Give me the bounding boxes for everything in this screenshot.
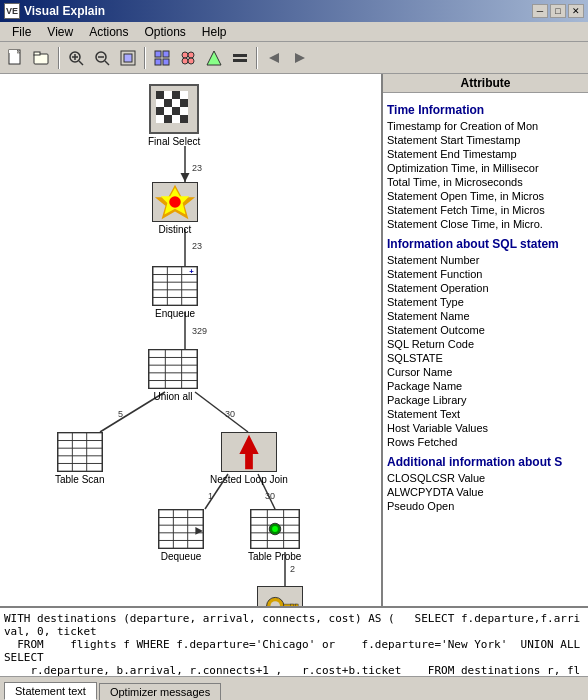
- svg-rect-49: [180, 91, 188, 99]
- svg-text:5: 5: [118, 409, 123, 419]
- toolbar-sep-1: [58, 47, 60, 69]
- svg-rect-53: [180, 99, 188, 107]
- tool-forward[interactable]: [288, 46, 312, 70]
- svg-text:1: 1: [208, 491, 213, 501]
- attr-section-time: Time Information: [387, 103, 584, 117]
- attr-item: Timestamp for Creation of Mon: [387, 119, 584, 133]
- attr-item: SQLSTATE: [387, 351, 584, 365]
- svg-rect-58: [156, 115, 164, 123]
- menu-actions[interactable]: Actions: [81, 23, 136, 41]
- node-table-probe-label: Table Probe: [248, 551, 301, 562]
- title-bar-left: VE Visual Explain: [4, 3, 105, 19]
- svg-line-10: [105, 61, 109, 65]
- title-bar-controls[interactable]: ─ □ ✕: [532, 4, 584, 18]
- attr-scroll[interactable]: Time Information Timestamp for Creation …: [383, 93, 588, 606]
- menu-file[interactable]: File: [4, 23, 39, 41]
- svg-marker-25: [269, 53, 279, 63]
- attr-item: Statement Name: [387, 309, 584, 323]
- node-final-select-label: Final Select: [148, 136, 200, 147]
- tab-optimizer-messages[interactable]: Optimizer messages: [99, 683, 221, 700]
- node-dequeue[interactable]: Dequeue: [158, 509, 204, 562]
- node-table-probe[interactable]: Table Probe: [248, 509, 301, 562]
- attr-item: ALWCPYDTA Value: [387, 485, 584, 499]
- svg-text:30: 30: [265, 491, 275, 501]
- node-union-all[interactable]: Union all: [148, 349, 198, 402]
- attr-item: Package Library: [387, 393, 584, 407]
- svg-rect-59: [164, 115, 172, 123]
- menu-help[interactable]: Help: [194, 23, 235, 41]
- tab-statement-text[interactable]: Statement text: [4, 682, 97, 700]
- svg-rect-24: [233, 59, 247, 62]
- node-dequeue-label: Dequeue: [161, 551, 202, 562]
- tool-layout4[interactable]: [228, 46, 252, 70]
- tool-zoom-fit[interactable]: [116, 46, 140, 70]
- sql-text-area: WITH destinations (departure, arrival, c…: [0, 606, 588, 676]
- svg-rect-52: [172, 99, 180, 107]
- svg-text:23: 23: [192, 163, 202, 173]
- svg-rect-56: [172, 107, 180, 115]
- attr-item: Total Time, in Microseconds: [387, 175, 584, 189]
- title-bar: VE Visual Explain ─ □ ✕: [0, 0, 588, 22]
- tool-layout1[interactable]: [150, 46, 174, 70]
- attr-item: Statement Text: [387, 407, 584, 421]
- menu-view[interactable]: View: [39, 23, 81, 41]
- tool-zoom-out[interactable]: [90, 46, 114, 70]
- minimize-button[interactable]: ─: [532, 4, 548, 18]
- svg-line-6: [79, 61, 83, 65]
- svg-rect-4: [34, 52, 40, 55]
- attr-section-sql: Information about SQL statem: [387, 237, 584, 251]
- node-enqueue[interactable]: + Enqueue: [152, 266, 198, 319]
- attr-item: Statement Operation: [387, 281, 584, 295]
- attr-item: Rows Fetched: [387, 435, 584, 449]
- tool-zoom-in[interactable]: [64, 46, 88, 70]
- menu-bar: File View Actions Options Help: [0, 22, 588, 42]
- tool-layout2[interactable]: [176, 46, 200, 70]
- attr-item: Statement Outcome: [387, 323, 584, 337]
- node-table-scan[interactable]: Table Scan: [55, 432, 104, 485]
- maximize-button[interactable]: □: [550, 4, 566, 18]
- svg-text:30: 30: [225, 409, 235, 419]
- diagram-panel: 23 23 329 5 30 1 30 2: [0, 74, 383, 606]
- svg-rect-16: [155, 59, 161, 65]
- attr-item: Pseudo Open: [387, 499, 584, 513]
- svg-rect-61: [180, 115, 188, 123]
- svg-rect-23: [233, 54, 247, 57]
- toolbar-sep-2: [144, 47, 146, 69]
- attr-panel: Attribute Time Information Timestamp for…: [383, 74, 588, 606]
- svg-rect-82: [58, 433, 102, 471]
- node-distinct[interactable]: Distinct: [152, 182, 198, 235]
- attr-item: SQL Return Code: [387, 337, 584, 351]
- tool-layout3[interactable]: [202, 46, 226, 70]
- svg-line-31: [195, 392, 248, 432]
- diagram-scroll[interactable]: 23 23 329 5 30 1 30 2: [0, 74, 381, 606]
- attr-item: Statement Function: [387, 267, 584, 281]
- svg-rect-112: [290, 604, 293, 606]
- svg-rect-57: [180, 107, 188, 115]
- toolbar-sep-3: [256, 47, 258, 69]
- svg-rect-55: [164, 107, 172, 115]
- svg-rect-50: [156, 99, 164, 107]
- toolbar: [0, 42, 588, 74]
- svg-rect-47: [164, 91, 172, 99]
- node-index-probe[interactable]: Index Probe: [253, 586, 307, 606]
- node-final-select[interactable]: Final Select: [148, 84, 200, 147]
- close-button[interactable]: ✕: [568, 4, 584, 18]
- node-nested-loop-join-label: Nested Loop Join: [210, 474, 288, 485]
- svg-rect-51: [164, 99, 172, 107]
- svg-rect-2: [9, 50, 17, 53]
- attr-item: Host Variable Values: [387, 421, 584, 435]
- main-area: 23 23 329 5 30 1 30 2: [0, 74, 588, 606]
- svg-rect-14: [155, 51, 161, 57]
- svg-rect-54: [156, 107, 164, 115]
- tool-open[interactable]: [30, 46, 54, 70]
- svg-text:329: 329: [192, 326, 207, 336]
- node-nested-loop-join[interactable]: Nested Loop Join: [210, 432, 288, 485]
- menu-options[interactable]: Options: [137, 23, 194, 41]
- diagram-content: 23 23 329 5 30 1 30 2: [0, 74, 380, 606]
- attr-item: Statement Open Time, in Micros: [387, 189, 584, 203]
- tool-back[interactable]: [262, 46, 286, 70]
- svg-rect-13: [124, 54, 132, 62]
- attr-item: Statement Fetch Time, in Micros: [387, 203, 584, 217]
- tool-new[interactable]: [4, 46, 28, 70]
- svg-rect-113: [295, 604, 298, 606]
